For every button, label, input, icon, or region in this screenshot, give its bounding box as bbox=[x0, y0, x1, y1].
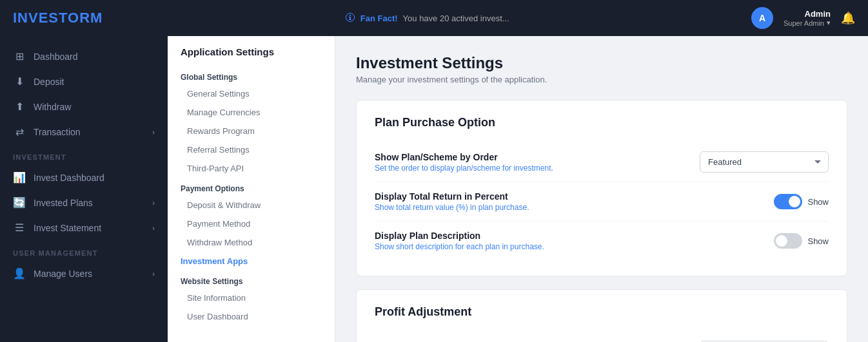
settings-panel-title: Application Settings bbox=[168, 46, 335, 66]
page-subtitle: Manage your investment settings of the a… bbox=[356, 75, 847, 84]
plan-desc-toggle-wrapper: Show bbox=[774, 233, 829, 249]
payment-options-label: Payment Options bbox=[168, 178, 335, 196]
sidebar-item-label: Withdraw bbox=[34, 102, 71, 112]
sidebar-item-withdraw[interactable]: ⬆ Withdraw bbox=[0, 94, 168, 119]
settings-nav-currencies[interactable]: Manage Currencies bbox=[168, 103, 335, 122]
total-return-toggle-label: Show bbox=[807, 197, 829, 207]
plan-desc-toggle[interactable] bbox=[774, 233, 802, 249]
layout: ⊞ Dashboard ⬇ Deposit ⬆ Withdraw ⇄ Trans… bbox=[0, 36, 868, 342]
settings-nav-deposit-withdraw[interactable]: Deposit & Withdraw bbox=[168, 196, 335, 214]
sidebar-item-manage-users[interactable]: 👤 Manage Users › bbox=[0, 261, 168, 286]
sidebar-item-label: Dashboard bbox=[34, 52, 78, 62]
setting-label-plan-order: Show Plan/Scheme by Order Set the order … bbox=[375, 152, 553, 173]
chevron-right-icon: › bbox=[152, 224, 155, 232]
sidebar-item-label: Invest Statement bbox=[34, 223, 101, 233]
chevron-right-icon: › bbox=[152, 199, 155, 207]
setting-row-adjust-profit: Adjust Profit / Interest How do you want… bbox=[375, 332, 829, 342]
total-return-toggle[interactable] bbox=[774, 194, 802, 209]
profit-adjustment-card: Profit Adjustment Adjust Profit / Intere… bbox=[356, 289, 847, 342]
settings-nav-general[interactable]: General Settings bbox=[168, 84, 335, 103]
sidebar-item-dashboard[interactable]: ⊞ Dashboard bbox=[0, 44, 168, 69]
avatar: A bbox=[751, 7, 773, 29]
topbar: INVESTORM 🛈 Fan Fact! You have 20 active… bbox=[0, 0, 868, 36]
user-management-section-label: USER MANAGEMENT bbox=[0, 240, 168, 261]
chevron-right-icon: › bbox=[152, 128, 155, 136]
sidebar-item-deposit[interactable]: ⬇ Deposit bbox=[0, 69, 168, 94]
plan-order-control: Featured Latest Oldest bbox=[700, 151, 829, 173]
total-return-control: Show bbox=[774, 194, 829, 209]
toggle-knob bbox=[776, 235, 787, 247]
setting-row-plan-order: Show Plan/Scheme by Order Set the order … bbox=[375, 142, 829, 182]
profit-adjustment-title: Profit Adjustment bbox=[375, 305, 829, 319]
plan-purchase-title: Plan Purchase Option bbox=[375, 116, 829, 129]
sidebar-item-transaction[interactable]: ⇄ Transaction › bbox=[0, 119, 168, 144]
sidebar-item-label: Invested Plans bbox=[34, 198, 93, 208]
total-return-toggle-wrapper: Show bbox=[774, 194, 829, 209]
sidebar-item-label: Deposit bbox=[34, 77, 64, 87]
admin-info: Admin Super Admin ▾ bbox=[784, 9, 831, 27]
sidebar-item-invest-statement[interactable]: ☰ Invest Statement › bbox=[0, 215, 168, 240]
admin-name: Admin bbox=[784, 9, 831, 19]
sidebar: ⊞ Dashboard ⬇ Deposit ⬆ Withdraw ⇄ Trans… bbox=[0, 36, 168, 342]
setting-label-total-return: Display Total Return in Percent Show tot… bbox=[375, 191, 529, 212]
sidebar-item-invested-plans[interactable]: 🔄 Invested Plans › bbox=[0, 190, 168, 215]
plan-desc-toggle-label: Show bbox=[807, 236, 829, 246]
settings-nav-withdraw-method[interactable]: Withdraw Method bbox=[168, 233, 335, 252]
transaction-icon: ⇄ bbox=[13, 126, 26, 138]
fan-fact-text: You have 20 actived invest... bbox=[403, 14, 509, 23]
investment-section-label: INVESTMENT bbox=[0, 144, 168, 165]
deposit-icon: ⬇ bbox=[13, 75, 26, 88]
chevron-down-icon: ▾ bbox=[827, 19, 831, 27]
chevron-right-icon: › bbox=[152, 270, 155, 278]
logo: INVESTORM bbox=[13, 10, 103, 26]
sidebar-item-invest-dashboard[interactable]: 📊 Invest Dashboard bbox=[0, 165, 168, 190]
main-content: Investment Settings Manage your investme… bbox=[335, 36, 868, 342]
fan-fact-bar: 🛈 Fan Fact! You have 20 actived invest..… bbox=[345, 12, 509, 24]
settings-nav-site-info[interactable]: Site Information bbox=[168, 289, 335, 307]
website-settings-label: Website Settings bbox=[168, 271, 335, 289]
sidebar-item-label: Transaction bbox=[34, 127, 81, 137]
plan-desc-control: Show bbox=[774, 233, 829, 249]
page-title: Investment Settings bbox=[356, 54, 847, 72]
manage-users-icon: 👤 bbox=[13, 267, 26, 280]
setting-label-plan-desc: Display Plan Description Show short desc… bbox=[375, 231, 544, 251]
settings-nav-user-dashboard[interactable]: User Dashboard bbox=[168, 307, 335, 326]
admin-role[interactable]: Super Admin ▾ bbox=[784, 19, 831, 27]
withdraw-icon: ⬆ bbox=[13, 100, 26, 113]
settings-panel: Application Settings Global Settings Gen… bbox=[168, 36, 335, 342]
invested-plans-icon: 🔄 bbox=[13, 196, 26, 209]
dashboard-icon: ⊞ bbox=[13, 50, 26, 62]
fan-fact-icon: 🛈 bbox=[345, 12, 355, 24]
settings-nav-api[interactable]: Third-Party API bbox=[168, 159, 335, 178]
fan-fact-label: Fan Fact! bbox=[360, 14, 398, 23]
toggle-knob bbox=[789, 196, 800, 207]
topbar-right: A Admin Super Admin ▾ 🔔 bbox=[751, 7, 855, 29]
setting-row-plan-desc: Display Plan Description Show short desc… bbox=[375, 222, 829, 260]
settings-nav-investment-apps[interactable]: Investment Apps bbox=[168, 252, 335, 271]
invest-statement-icon: ☰ bbox=[13, 222, 26, 234]
plan-purchase-card: Plan Purchase Option Show Plan/Scheme by… bbox=[356, 100, 847, 276]
settings-nav-referral[interactable]: Referral Settings bbox=[168, 140, 335, 159]
logo-accent: ORM bbox=[68, 10, 103, 26]
invest-dashboard-icon: 📊 bbox=[13, 171, 26, 184]
settings-nav-payment-method[interactable]: Payment Method bbox=[168, 214, 335, 233]
sidebar-item-label: Invest Dashboard bbox=[34, 173, 104, 183]
setting-row-total-return: Display Total Return in Percent Show tot… bbox=[375, 182, 829, 222]
sidebar-item-label: Manage Users bbox=[34, 269, 92, 279]
global-settings-label: Global Settings bbox=[168, 66, 335, 84]
settings-nav-rewards[interactable]: Rewards Program bbox=[168, 122, 335, 140]
plan-order-select[interactable]: Featured Latest Oldest bbox=[700, 151, 829, 173]
bell-icon[interactable]: 🔔 bbox=[841, 11, 855, 25]
